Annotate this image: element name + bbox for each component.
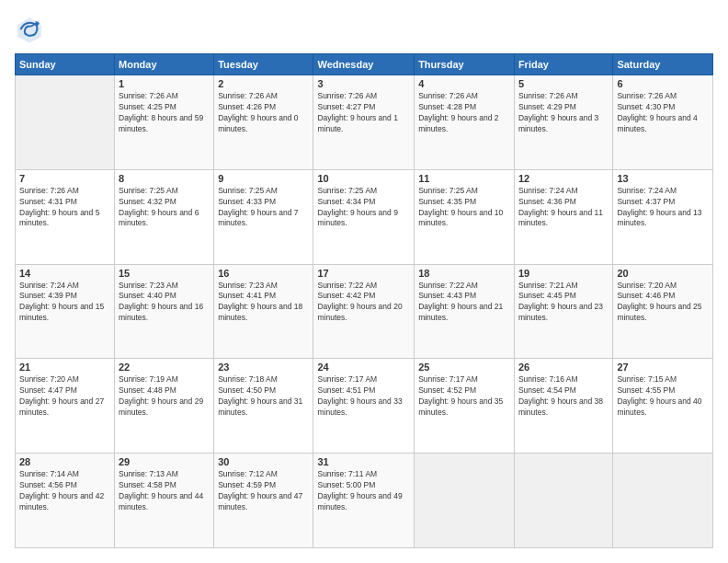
calendar-cell: 20Sunrise: 7:20 AM Sunset: 4:46 PM Dayli… — [613, 264, 713, 359]
day-detail: Sunrise: 7:26 AM Sunset: 4:27 PM Dayligh… — [317, 91, 410, 135]
day-detail: Sunrise: 7:26 AM Sunset: 4:30 PM Dayligh… — [617, 91, 709, 135]
calendar-cell: 7Sunrise: 7:26 AM Sunset: 4:31 PM Daylig… — [16, 169, 115, 264]
day-number: 7 — [19, 173, 110, 184]
calendar-cell: 6Sunrise: 7:26 AM Sunset: 4:30 PM Daylig… — [613, 75, 713, 170]
day-detail: Sunrise: 7:25 AM Sunset: 4:34 PM Dayligh… — [317, 186, 410, 230]
day-number: 1 — [119, 78, 210, 89]
calendar-cell: 1Sunrise: 7:26 AM Sunset: 4:25 PM Daylig… — [115, 75, 214, 170]
calendar-cell: 19Sunrise: 7:21 AM Sunset: 4:45 PM Dayli… — [514, 264, 612, 359]
calendar-cell: 15Sunrise: 7:23 AM Sunset: 4:40 PM Dayli… — [115, 264, 214, 359]
day-number: 9 — [218, 173, 309, 184]
day-number: 25 — [418, 362, 510, 373]
day-number: 21 — [19, 362, 110, 373]
calendar-cell — [415, 454, 515, 548]
day-detail: Sunrise: 7:25 AM Sunset: 4:32 PM Dayligh… — [119, 186, 210, 230]
day-detail: Sunrise: 7:26 AM Sunset: 4:31 PM Dayligh… — [19, 186, 110, 230]
day-detail: Sunrise: 7:13 AM Sunset: 4:58 PM Dayligh… — [119, 469, 210, 513]
day-detail: Sunrise: 7:26 AM Sunset: 4:26 PM Dayligh… — [218, 91, 309, 135]
calendar-week-2: 14Sunrise: 7:24 AM Sunset: 4:39 PM Dayli… — [16, 264, 713, 359]
header-day-thursday: Thursday — [415, 54, 515, 75]
day-number: 13 — [617, 173, 709, 184]
header-day-sunday: Sunday — [16, 54, 115, 75]
calendar-cell — [16, 75, 115, 170]
day-number: 22 — [119, 362, 210, 373]
calendar-cell: 14Sunrise: 7:24 AM Sunset: 4:39 PM Dayli… — [16, 264, 115, 359]
calendar-cell: 22Sunrise: 7:19 AM Sunset: 4:48 PM Dayli… — [115, 359, 214, 454]
calendar-cell: 24Sunrise: 7:17 AM Sunset: 4:51 PM Dayli… — [313, 359, 415, 454]
day-number: 28 — [19, 456, 110, 467]
header-row: SundayMondayTuesdayWednesdayThursdayFrid… — [16, 54, 713, 75]
calendar-cell: 17Sunrise: 7:22 AM Sunset: 4:42 PM Dayli… — [313, 264, 415, 359]
calendar-cell: 25Sunrise: 7:17 AM Sunset: 4:52 PM Dayli… — [415, 359, 515, 454]
day-number: 30 — [218, 456, 309, 467]
calendar-cell — [613, 454, 713, 548]
day-detail: Sunrise: 7:20 AM Sunset: 4:47 PM Dayligh… — [19, 374, 110, 419]
day-detail: Sunrise: 7:18 AM Sunset: 4:50 PM Dayligh… — [218, 374, 309, 419]
day-number: 26 — [518, 362, 609, 373]
day-detail: Sunrise: 7:15 AM Sunset: 4:55 PM Dayligh… — [617, 374, 709, 419]
day-number: 17 — [317, 268, 410, 279]
day-detail: Sunrise: 7:25 AM Sunset: 4:35 PM Dayligh… — [418, 186, 510, 230]
day-number: 20 — [617, 268, 709, 279]
calendar-cell: 18Sunrise: 7:22 AM Sunset: 4:43 PM Dayli… — [415, 264, 515, 359]
calendar-cell: 21Sunrise: 7:20 AM Sunset: 4:47 PM Dayli… — [16, 359, 115, 454]
calendar-cell: 30Sunrise: 7:12 AM Sunset: 4:59 PM Dayli… — [214, 454, 313, 548]
calendar-cell — [514, 454, 612, 548]
calendar-cell: 9Sunrise: 7:25 AM Sunset: 4:33 PM Daylig… — [214, 169, 313, 264]
calendar-cell: 31Sunrise: 7:11 AM Sunset: 5:00 PM Dayli… — [313, 454, 415, 548]
calendar-cell: 23Sunrise: 7:18 AM Sunset: 4:50 PM Dayli… — [214, 359, 313, 454]
day-number: 6 — [617, 78, 709, 89]
calendar-cell: 5Sunrise: 7:26 AM Sunset: 4:29 PM Daylig… — [514, 75, 612, 170]
calendar-cell: 11Sunrise: 7:25 AM Sunset: 4:35 PM Dayli… — [415, 169, 515, 264]
header-day-monday: Monday — [115, 54, 214, 75]
day-number: 8 — [119, 173, 210, 184]
day-number: 12 — [518, 173, 609, 184]
day-number: 4 — [418, 78, 510, 89]
day-number: 23 — [218, 362, 309, 373]
header-day-wednesday: Wednesday — [313, 54, 415, 75]
calendar-cell: 28Sunrise: 7:14 AM Sunset: 4:56 PM Dayli… — [16, 454, 115, 548]
day-detail: Sunrise: 7:26 AM Sunset: 4:25 PM Dayligh… — [119, 91, 210, 135]
calendar-week-0: 1Sunrise: 7:26 AM Sunset: 4:25 PM Daylig… — [16, 75, 713, 170]
calendar-cell: 16Sunrise: 7:23 AM Sunset: 4:41 PM Dayli… — [214, 264, 313, 359]
day-detail: Sunrise: 7:25 AM Sunset: 4:33 PM Dayligh… — [218, 186, 309, 230]
day-detail: Sunrise: 7:24 AM Sunset: 4:37 PM Dayligh… — [617, 186, 709, 230]
day-number: 11 — [418, 173, 510, 184]
header-day-friday: Friday — [514, 54, 612, 75]
day-number: 29 — [119, 456, 210, 467]
day-number: 3 — [317, 78, 410, 89]
calendar-cell: 3Sunrise: 7:26 AM Sunset: 4:27 PM Daylig… — [313, 75, 415, 170]
calendar-cell: 12Sunrise: 7:24 AM Sunset: 4:36 PM Dayli… — [514, 169, 612, 264]
calendar-cell: 10Sunrise: 7:25 AM Sunset: 4:34 PM Dayli… — [313, 169, 415, 264]
calendar-cell: 27Sunrise: 7:15 AM Sunset: 4:55 PM Dayli… — [613, 359, 713, 454]
calendar-week-1: 7Sunrise: 7:26 AM Sunset: 4:31 PM Daylig… — [16, 169, 713, 264]
calendar-cell: 13Sunrise: 7:24 AM Sunset: 4:37 PM Dayli… — [613, 169, 713, 264]
calendar-week-4: 28Sunrise: 7:14 AM Sunset: 4:56 PM Dayli… — [16, 454, 713, 548]
day-number: 27 — [617, 362, 709, 373]
day-detail: Sunrise: 7:20 AM Sunset: 4:46 PM Dayligh… — [617, 281, 709, 325]
day-detail: Sunrise: 7:17 AM Sunset: 4:51 PM Dayligh… — [317, 374, 410, 419]
day-detail: Sunrise: 7:14 AM Sunset: 4:56 PM Dayligh… — [19, 469, 110, 513]
page: SundayMondayTuesdayWednesdayThursdayFrid… — [0, 0, 728, 563]
day-detail: Sunrise: 7:12 AM Sunset: 4:59 PM Dayligh… — [218, 469, 309, 513]
day-number: 18 — [418, 268, 510, 279]
day-detail: Sunrise: 7:24 AM Sunset: 4:39 PM Dayligh… — [19, 281, 110, 325]
day-number: 2 — [218, 78, 309, 89]
day-detail: Sunrise: 7:22 AM Sunset: 4:42 PM Dayligh… — [317, 281, 410, 325]
day-detail: Sunrise: 7:16 AM Sunset: 4:54 PM Dayligh… — [518, 374, 609, 419]
header — [15, 15, 713, 44]
day-number: 5 — [518, 78, 609, 89]
day-detail: Sunrise: 7:17 AM Sunset: 4:52 PM Dayligh… — [418, 374, 510, 419]
day-number: 19 — [518, 268, 609, 279]
day-detail: Sunrise: 7:23 AM Sunset: 4:41 PM Dayligh… — [218, 281, 309, 325]
day-number: 15 — [119, 268, 210, 279]
header-day-tuesday: Tuesday — [214, 54, 313, 75]
day-detail: Sunrise: 7:21 AM Sunset: 4:45 PM Dayligh… — [518, 281, 609, 325]
day-number: 14 — [19, 268, 110, 279]
day-number: 16 — [218, 268, 309, 279]
header-day-saturday: Saturday — [613, 54, 713, 75]
logo — [15, 15, 48, 44]
day-number: 24 — [317, 362, 410, 373]
day-number: 31 — [317, 456, 410, 467]
calendar-cell: 29Sunrise: 7:13 AM Sunset: 4:58 PM Dayli… — [115, 454, 214, 548]
